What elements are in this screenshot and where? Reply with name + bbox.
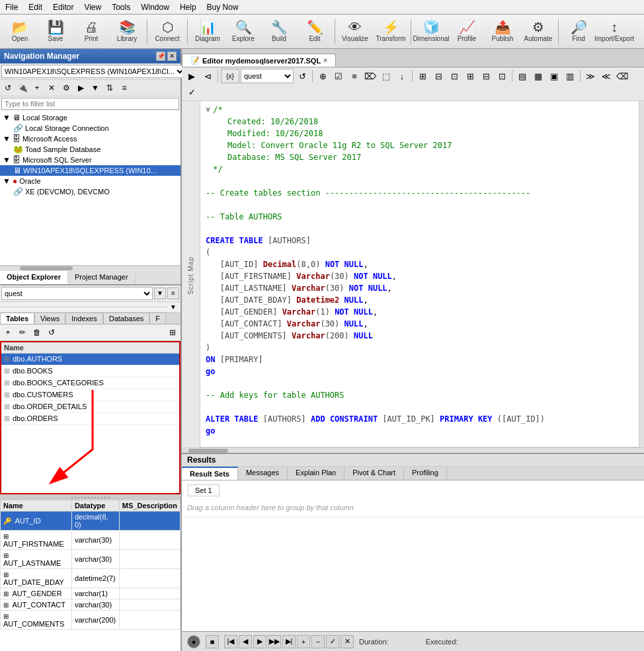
nav-new-btn[interactable]: + [30, 81, 44, 95]
menu-editor[interactable]: Editor [48, 1, 79, 13]
ed-btn-20[interactable]: ✓ [184, 85, 199, 99]
nav-extra-btn[interactable]: ≡ [118, 81, 131, 95]
nav-minus-btn[interactable]: − [311, 635, 325, 648]
nav-last-btn[interactable]: ▶| [282, 635, 296, 648]
db-filter-btn[interactable]: ▼ [154, 287, 166, 299]
print-button[interactable]: 🖨 Print [74, 17, 108, 47]
db-dropdown[interactable]: quest [1, 287, 153, 300]
nav-sort-btn[interactable]: ⇅ [103, 81, 116, 95]
db-refresh-btn[interactable]: ↺ [295, 69, 309, 83]
table-item-authors[interactable]: ⊞ dbo.AUTHORS [1, 354, 179, 365]
fn-btn[interactable]: {x} [221, 69, 239, 83]
nav-expand-btn[interactable]: ▶ [74, 81, 87, 95]
tab-close-btn[interactable]: × [323, 57, 327, 64]
menu-buynow[interactable]: Buy Now [202, 1, 244, 13]
ed-btn-10[interactable]: ⊞ [463, 69, 477, 83]
field-row-aut-gender[interactable]: ⊞ AUT_GENDER varchar(1) [1, 588, 181, 599]
code-editor[interactable]: ▼ /* Created: 10/26/2018 Modified: 10/26… [200, 101, 639, 447]
nav-delete-btn[interactable]: ✕ [45, 81, 58, 95]
tl-edit-btn[interactable]: ✏ [16, 326, 29, 339]
tab-f[interactable]: F [149, 313, 166, 324]
db-options-btn[interactable]: ≡ [167, 287, 179, 299]
ed-btn-18[interactable]: ≪ [599, 69, 614, 83]
tab-views[interactable]: Views [34, 313, 65, 324]
table-item-orders[interactable]: ⊞ dbo.ORDERS [1, 413, 179, 425]
ed-btn-13[interactable]: ▤ [515, 69, 530, 83]
tab-indexes[interactable]: Indexes [65, 313, 103, 324]
table-item-books[interactable]: ⊞ dbo.BOOKS [1, 365, 179, 377]
open-button[interactable]: 📂 Open [3, 17, 37, 47]
filter-toggle-btn[interactable]: ▼ [167, 303, 179, 311]
menu-view[interactable]: View [79, 1, 106, 13]
run-step-btn[interactable]: ⊲ [200, 69, 215, 83]
ed-btn-4[interactable]: ⌦ [363, 69, 378, 83]
publish-button[interactable]: 📤 Publish [485, 17, 520, 47]
tree-oracle[interactable]: ▼ ● Oracle [0, 176, 181, 186]
explore-button[interactable]: 🔍 Explore [226, 17, 261, 47]
tree-xe-devcmo[interactable]: 🔗 XE (DEVCMO), DEVCMO [0, 186, 181, 197]
ed-btn-16[interactable]: ▥ [563, 69, 577, 83]
ed-btn-19[interactable]: ⌫ [615, 69, 629, 83]
ed-btn-8[interactable]: ⊟ [431, 69, 446, 83]
tab-pivot-chart[interactable]: Pivot & Chart [344, 467, 404, 480]
tl-refresh-btn[interactable]: ↺ [45, 326, 58, 339]
panel-close-button[interactable]: ✕ [167, 52, 177, 61]
editor-tab-sql[interactable]: 📝 Editor mydemosqlserver2017.SQL × [182, 54, 336, 67]
tab-explain-plan[interactable]: Explain Plan [288, 467, 344, 480]
nav-plus-btn[interactable]: + [297, 635, 310, 648]
field-row-aut-date-bday[interactable]: ⊞ AUT_DATE_BDAY datetime2(7) [1, 569, 181, 588]
connect-button[interactable]: ⬡ Connect [150, 17, 184, 47]
table-item-customers[interactable]: ⊞ dbo.CUSTOMERS [1, 389, 179, 401]
field-row-aut-firstname[interactable]: ⊞ AUT_FIRSTNAME varchar(30) [1, 531, 181, 550]
menu-window[interactable]: Window [136, 1, 175, 13]
menu-edit[interactable]: Edit [23, 1, 48, 13]
ed-btn-5[interactable]: ⬚ [379, 69, 393, 83]
field-row-aut-id[interactable]: 🔑 AUT_ID decimal(8, 0) [1, 512, 181, 531]
field-row-aut-comments[interactable]: ⊞ AUT_COMMENTS varchar(200) [1, 611, 181, 630]
transform-button[interactable]: ⚡ Transform [374, 17, 408, 47]
tree-local-storage-connection[interactable]: 🔗 Local Storage Connection [0, 123, 181, 134]
ed-btn-15[interactable]: ▣ [547, 69, 561, 83]
menu-tools[interactable]: Tools [106, 1, 136, 13]
save-button[interactable]: 💾 Save [38, 17, 73, 47]
tab-databases[interactable]: Databases [103, 313, 150, 324]
diagram-button[interactable]: 📊 Diagram [190, 17, 225, 47]
field-row-aut-contact[interactable]: ⊞ AUT_CONTACT varchar(30) [1, 599, 181, 611]
tree-toad-sample-db[interactable]: 🐸 Toad Sample Database [0, 144, 181, 155]
editor-vscrollbar[interactable] [639, 101, 644, 447]
import-export-button[interactable]: ↕ Import/Export [597, 17, 631, 47]
ed-btn-17[interactable]: ≫ [583, 69, 598, 83]
find-button[interactable]: 🔎 Find [561, 17, 596, 47]
build-button[interactable]: 🔧 Build [262, 17, 296, 47]
nav-properties-btn[interactable]: ⚙ [60, 81, 73, 95]
tree-ms-access[interactable]: ▼ 🗄 Microsoft Access [0, 134, 181, 144]
ed-btn-7[interactable]: ⊞ [415, 69, 430, 83]
nav-next2-btn[interactable]: ▶▶ [268, 635, 281, 648]
status-stop-btn[interactable]: ● [187, 635, 200, 648]
visualize-button[interactable]: 👁 Visualize [338, 17, 372, 47]
panel-resize-handle[interactable]: • • • • • • • • • • • • [0, 494, 181, 500]
dimensional-button[interactable]: 🧊 Dimensional [414, 17, 448, 47]
nav-refresh-btn[interactable]: ↺ [1, 81, 15, 95]
connection-dropdown[interactable]: WIN10APEX18\SQLEXPRESS (WIN10APEX18\Cl..… [1, 65, 186, 78]
panel-pin-button[interactable]: 📌 [156, 52, 165, 61]
table-item-books-categories[interactable]: ⊞ dbo.BOOKS_CATEGORIES [1, 377, 179, 389]
library-button[interactable]: 📚 Library [110, 17, 144, 47]
field-row-aut-lastname[interactable]: ⊞ AUT_LASTNAME varchar(30) [1, 550, 181, 569]
edit-button[interactable]: ✏️ Edit [298, 17, 332, 47]
tab-project-manager[interactable]: Project Manager [68, 271, 136, 284]
ed-btn-3[interactable]: ≡ [347, 69, 362, 83]
nav-next-btn[interactable]: ▶ [253, 635, 266, 648]
db-select-editor[interactable]: quest [241, 69, 294, 83]
ed-btn-1[interactable]: ⊕ [315, 69, 330, 83]
menu-help[interactable]: Help [175, 1, 202, 13]
automate-button[interactable]: ⚙ Automate [521, 17, 555, 47]
tree-local-storage[interactable]: ▼ 🖥 Local Storage [0, 112, 181, 123]
nav-prev-btn[interactable]: ◀ [239, 635, 252, 648]
editor-hscrollbar[interactable] [182, 447, 644, 453]
ed-btn-9[interactable]: ⊡ [447, 69, 462, 83]
menu-file[interactable]: File [0, 1, 23, 13]
nav-cancel-btn[interactable]: ✕ [341, 635, 354, 648]
ed-btn-12[interactable]: ⊡ [495, 69, 509, 83]
ed-btn-6[interactable]: ↓ [395, 69, 409, 83]
